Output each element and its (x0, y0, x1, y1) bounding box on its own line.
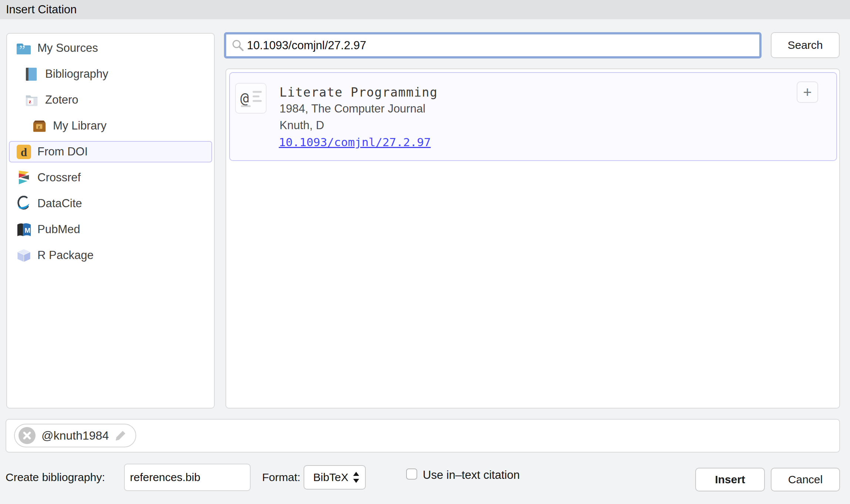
create-bibliography-label: Create bibliography: (6, 472, 105, 483)
sources-folder-icon: ” (16, 40, 32, 56)
format-select[interactable]: BibTeX (304, 465, 366, 490)
use-intext-citation-checkbox[interactable] (406, 468, 417, 480)
book-icon (24, 66, 40, 82)
dialog-titlebar: Insert Citation (0, 0, 850, 19)
doi-search-field (224, 32, 762, 58)
sidebar-item-crossref[interactable]: Crossref (9, 167, 212, 188)
dialog-title: Insert Citation (6, 3, 77, 16)
sidebar-item-my-library[interactable]: zMy Library (9, 115, 212, 137)
r-package-icon (16, 248, 32, 263)
sidebar-item-zotero[interactable]: zZotero (9, 89, 212, 111)
svg-text:M: M (24, 226, 30, 234)
crossref-icon (16, 170, 32, 186)
sidebar-item-datacite[interactable]: DataCite (9, 193, 212, 214)
search-button-label: Search (787, 39, 823, 51)
citation-result-card[interactable]: @ Literate Programming 1984, The Compute… (229, 72, 837, 161)
add-citation-button[interactable]: + (797, 81, 818, 103)
sources-sidebar: ”My SourcesBibliographyzZoterozMy Librar… (6, 33, 215, 409)
citation-source-icon: @ (235, 83, 267, 114)
plus-icon: + (803, 85, 811, 100)
sidebar-item-label: My Sources (37, 41, 98, 55)
result-author: Knuth, D (280, 120, 324, 131)
sidebar-item-bibliography[interactable]: Bibliography (9, 63, 212, 85)
svg-text:d: d (21, 146, 27, 159)
sidebar-item-pubmed[interactable]: MPubMed (9, 219, 212, 240)
sidebar-item-r-package[interactable]: R Package (9, 245, 212, 266)
result-doi-link[interactable]: 10.1093/comjnl/27.2.97 (279, 136, 431, 149)
cancel-button-label: Cancel (788, 473, 823, 486)
insert-button[interactable]: Insert (695, 468, 765, 491)
search-input[interactable] (226, 34, 759, 56)
result-year-journal: 1984, The Computer Journal (280, 103, 425, 114)
sidebar-item-label: Bibliography (45, 67, 108, 81)
format-label: Format: (262, 472, 300, 483)
citation-tag-label: @knuth1984 (41, 429, 109, 443)
citation-tag[interactable]: @knuth1984 (14, 424, 136, 447)
datacite-icon (16, 196, 32, 212)
sidebar-item-label: Crossref (37, 171, 81, 184)
sidebar-item-label: My Library (53, 119, 107, 132)
doi-icon: d (16, 144, 32, 160)
sidebar-item-label: From DOI (37, 145, 88, 158)
sidebar-item-label: R Package (37, 249, 94, 262)
svg-text:”: ” (19, 43, 25, 56)
svg-text:z: z (29, 98, 31, 104)
sidebar-item-label: DataCite (37, 197, 82, 210)
remove-citation-icon[interactable] (19, 427, 36, 444)
search-button[interactable]: Search (771, 32, 840, 58)
cancel-button[interactable]: Cancel (771, 468, 840, 491)
select-arrows-icon (352, 470, 361, 485)
sidebar-item-my-sources[interactable]: ”My Sources (9, 37, 212, 59)
insert-button-label: Insert (715, 473, 745, 486)
results-panel: @ Literate Programming 1984, The Compute… (225, 68, 840, 409)
sidebar-list: ”My SourcesBibliographyzZoterozMy Librar… (7, 37, 214, 266)
use-intext-citation-label: Use in–text citation (423, 469, 520, 481)
svg-text:z: z (38, 124, 40, 129)
library-box-icon: z (31, 118, 47, 134)
edit-citation-icon[interactable] (114, 429, 127, 442)
sidebar-item-from-doi[interactable]: dFrom DOI (9, 141, 212, 162)
sidebar-item-label: PubMed (37, 223, 80, 236)
svg-text:@: @ (240, 90, 249, 107)
format-select-value: BibTeX (304, 471, 352, 484)
sidebar-item-label: Zotero (45, 93, 78, 107)
pubmed-icon: M (16, 222, 32, 238)
zotero-folder-icon: z (24, 92, 40, 108)
result-title: Literate Programming (280, 86, 438, 98)
bibliography-filename-input[interactable] (124, 464, 251, 491)
selected-citations-bar: @knuth1984 (6, 419, 840, 453)
